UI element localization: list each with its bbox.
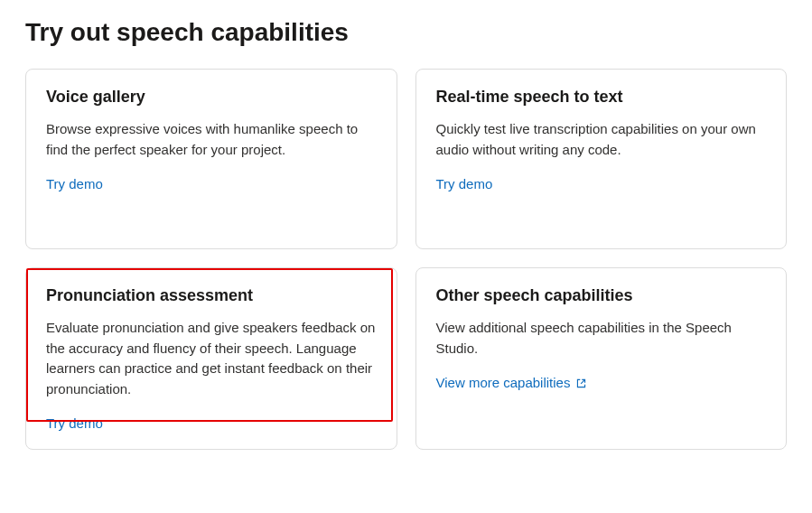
link-label: Try demo: [436, 176, 493, 191]
card-description: Browse expressive voices with humanlike …: [46, 119, 377, 160]
card-other-capabilities: Other speech capabilities View additiona…: [415, 267, 788, 450]
page-title: Try out speech capabilities: [25, 18, 787, 47]
link-label: Try demo: [46, 176, 103, 191]
try-demo-link[interactable]: Try demo: [436, 176, 493, 191]
try-demo-link[interactable]: Try demo: [46, 415, 103, 431]
link-label: Try demo: [46, 415, 103, 431]
card-realtime-stt: Real-time speech to text Quickly test li…: [415, 69, 788, 249]
card-title: Pronunciation assessment: [46, 286, 377, 305]
card-info-area: Other speech capabilities View additiona…: [436, 286, 767, 359]
card-description: View additional speech capabilities in t…: [436, 318, 767, 359]
try-demo-link[interactable]: Try demo: [46, 176, 103, 191]
card-info-area: Voice gallery Browse expressive voices w…: [46, 88, 377, 160]
card-voice-gallery: Voice gallery Browse expressive voices w…: [25, 69, 397, 249]
cards-grid: Voice gallery Browse expressive voices w…: [25, 69, 787, 450]
view-more-capabilities-link[interactable]: View more capabilities: [436, 375, 588, 390]
card-title: Real-time speech to text: [436, 88, 767, 107]
card-pronunciation-assessment: Pronunciation assessment Evaluate pronun…: [25, 267, 397, 450]
card-title: Other speech capabilities: [436, 286, 767, 305]
card-info-area: Pronunciation assessment Evaluate pronun…: [46, 286, 377, 399]
card-info-area: Real-time speech to text Quickly test li…: [436, 88, 767, 160]
link-label: View more capabilities: [436, 375, 571, 390]
external-link-icon: [575, 377, 587, 388]
card-description: Evaluate pronunciation and give speakers…: [46, 318, 377, 399]
card-description: Quickly test live transcription capabili…: [436, 119, 767, 160]
card-title: Voice gallery: [46, 88, 377, 107]
